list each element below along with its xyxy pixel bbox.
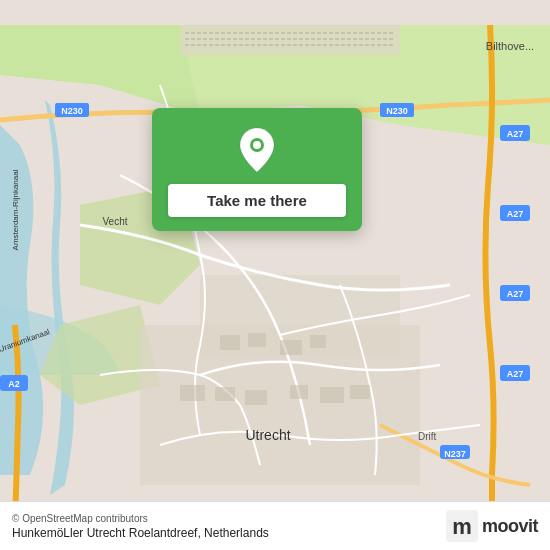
svg-text:A27: A27 bbox=[507, 369, 524, 379]
moovit-logo: m moovit bbox=[446, 510, 538, 542]
svg-text:A2: A2 bbox=[8, 379, 20, 389]
take-me-there-button[interactable]: Take me there bbox=[168, 184, 346, 217]
map-background: N230 N230 A27 A27 A27 A27 A2 N237 Biltho… bbox=[0, 0, 550, 550]
svg-text:Utrecht: Utrecht bbox=[245, 427, 290, 443]
svg-rect-39 bbox=[180, 385, 205, 401]
svg-rect-43 bbox=[320, 387, 344, 403]
svg-rect-44 bbox=[350, 385, 370, 399]
svg-text:m: m bbox=[452, 514, 472, 539]
bottom-info: © OpenStreetMap contributors HunkemöLler… bbox=[12, 513, 269, 540]
svg-text:Amsterdam-Rijnkanaal: Amsterdam-Rijnkanaal bbox=[11, 169, 20, 250]
svg-rect-38 bbox=[310, 335, 326, 348]
moovit-brand-label: moovit bbox=[482, 516, 538, 537]
svg-rect-36 bbox=[248, 333, 266, 347]
bottom-bar: © OpenStreetMap contributors HunkemöLler… bbox=[0, 501, 550, 550]
osm-attribution: © OpenStreetMap contributors bbox=[12, 513, 269, 524]
popup-card: Take me there bbox=[152, 108, 362, 231]
svg-rect-4 bbox=[180, 25, 400, 55]
svg-text:N230: N230 bbox=[61, 106, 83, 116]
svg-point-46 bbox=[253, 141, 261, 149]
svg-text:Drift: Drift bbox=[418, 431, 437, 442]
svg-text:A27: A27 bbox=[507, 289, 524, 299]
location-name: HunkemöLler Utrecht Roelantdreef, Nether… bbox=[12, 526, 269, 540]
svg-rect-40 bbox=[215, 387, 235, 401]
location-pin-icon bbox=[237, 126, 277, 174]
svg-rect-41 bbox=[245, 390, 267, 405]
svg-rect-37 bbox=[280, 340, 302, 355]
moovit-m-icon: m bbox=[446, 510, 478, 542]
svg-rect-42 bbox=[290, 385, 308, 399]
svg-text:A27: A27 bbox=[507, 129, 524, 139]
svg-rect-35 bbox=[220, 335, 240, 350]
svg-text:A27: A27 bbox=[507, 209, 524, 219]
svg-text:N237: N237 bbox=[444, 449, 466, 459]
svg-text:Bilthove...: Bilthove... bbox=[486, 40, 534, 52]
map-container: N230 N230 A27 A27 A27 A27 A2 N237 Biltho… bbox=[0, 0, 550, 550]
svg-text:Vecht: Vecht bbox=[102, 216, 127, 227]
svg-text:N230: N230 bbox=[386, 106, 408, 116]
